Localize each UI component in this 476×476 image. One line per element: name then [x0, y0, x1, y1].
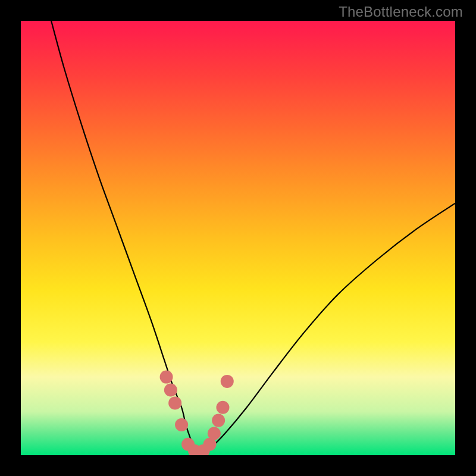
chart-container: TheBottleneck.com	[0, 0, 476, 476]
bottleneck-curve	[51, 21, 455, 452]
bottleneck-chart-svg	[21, 21, 455, 455]
watermark-text: TheBottleneck.com	[339, 4, 463, 20]
marker-dot	[216, 401, 229, 414]
plot-area	[21, 21, 455, 455]
marker-dot	[160, 371, 173, 384]
curve-path	[51, 21, 455, 452]
marker-dot	[175, 418, 188, 431]
marker-dot	[168, 396, 181, 409]
marker-dot	[164, 384, 177, 397]
marker-dot	[212, 414, 225, 427]
bottleneck-markers	[160, 371, 234, 455]
marker-dot	[208, 427, 221, 440]
marker-dot	[221, 375, 234, 388]
